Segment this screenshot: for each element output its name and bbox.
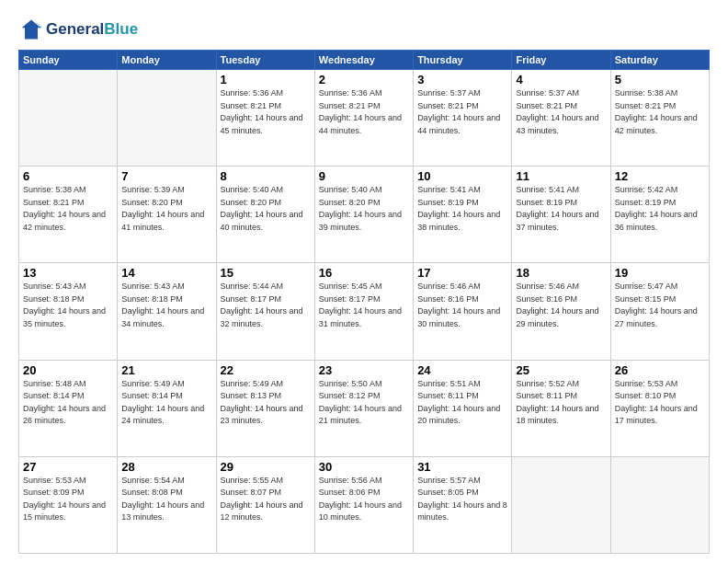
weekday-header-saturday: Saturday xyxy=(610,51,709,70)
calendar-cell: 3Sunrise: 5:37 AMSunset: 8:21 PMDaylight… xyxy=(414,70,512,167)
sun-info: Sunrise: 5:42 AMSunset: 8:19 PMDaylight:… xyxy=(615,184,705,234)
calendar-cell: 4Sunrise: 5:37 AMSunset: 8:21 PMDaylight… xyxy=(512,70,610,167)
week-row-4: 20Sunrise: 5:48 AMSunset: 8:14 PMDayligh… xyxy=(19,360,710,456)
calendar-cell: 25Sunrise: 5:52 AMSunset: 8:11 PMDayligh… xyxy=(512,360,610,456)
sun-info: Sunrise: 5:41 AMSunset: 8:19 PMDaylight:… xyxy=(516,184,606,234)
calendar-cell: 28Sunrise: 5:54 AMSunset: 8:08 PMDayligh… xyxy=(118,456,216,553)
day-number: 21 xyxy=(121,363,211,377)
calendar-cell: 21Sunrise: 5:49 AMSunset: 8:14 PMDayligh… xyxy=(118,360,216,456)
calendar-cell xyxy=(610,456,709,553)
weekday-header-wednesday: Wednesday xyxy=(314,51,413,70)
sun-info: Sunrise: 5:36 AMSunset: 8:21 PMDaylight:… xyxy=(221,87,311,137)
sun-info: Sunrise: 5:46 AMSunset: 8:16 PMDaylight:… xyxy=(516,281,606,330)
calendar-cell: 20Sunrise: 5:48 AMSunset: 8:14 PMDayligh… xyxy=(19,360,118,456)
day-number: 20 xyxy=(23,363,113,377)
day-number: 3 xyxy=(417,73,507,86)
sun-info: Sunrise: 5:45 AMSunset: 8:17 PMDaylight:… xyxy=(319,281,409,330)
calendar-cell: 22Sunrise: 5:49 AMSunset: 8:13 PMDayligh… xyxy=(216,360,314,456)
calendar-cell: 15Sunrise: 5:44 AMSunset: 8:17 PMDayligh… xyxy=(216,263,314,360)
weekday-header-tuesday: Tuesday xyxy=(216,51,314,70)
day-number: 7 xyxy=(121,169,211,183)
week-row-2: 6Sunrise: 5:38 AMSunset: 8:21 PMDaylight… xyxy=(19,167,710,263)
logo-text: GeneralBlue xyxy=(46,21,138,39)
sun-info: Sunrise: 5:55 AMSunset: 8:07 PMDaylight:… xyxy=(221,475,311,524)
sun-info: Sunrise: 5:40 AMSunset: 8:20 PMDaylight:… xyxy=(319,184,409,234)
day-number: 12 xyxy=(615,169,705,183)
calendar-table: SundayMondayTuesdayWednesdayThursdayFrid… xyxy=(18,50,710,554)
day-number: 17 xyxy=(417,266,507,280)
sun-info: Sunrise: 5:39 AMSunset: 8:20 PMDaylight:… xyxy=(121,184,211,234)
sun-info: Sunrise: 5:46 AMSunset: 8:16 PMDaylight:… xyxy=(417,281,507,330)
header: GeneralBlue xyxy=(18,17,710,42)
calendar-cell: 18Sunrise: 5:46 AMSunset: 8:16 PMDayligh… xyxy=(512,263,610,360)
calendar-cell: 30Sunrise: 5:56 AMSunset: 8:06 PMDayligh… xyxy=(314,456,413,553)
sun-info: Sunrise: 5:47 AMSunset: 8:15 PMDaylight:… xyxy=(615,281,705,330)
sun-info: Sunrise: 5:36 AMSunset: 8:21 PMDaylight:… xyxy=(319,87,409,137)
weekday-header-sunday: Sunday xyxy=(19,51,118,70)
day-number: 22 xyxy=(221,363,311,377)
day-number: 31 xyxy=(417,460,507,474)
sun-info: Sunrise: 5:48 AMSunset: 8:14 PMDaylight:… xyxy=(23,378,113,428)
sun-info: Sunrise: 5:41 AMSunset: 8:19 PMDaylight:… xyxy=(417,184,507,234)
calendar-cell: 8Sunrise: 5:40 AMSunset: 8:20 PMDaylight… xyxy=(216,167,314,263)
day-number: 13 xyxy=(23,266,113,280)
calendar-page: GeneralBlue SundayMondayTuesdayWednesday… xyxy=(0,0,728,563)
calendar-cell: 17Sunrise: 5:46 AMSunset: 8:16 PMDayligh… xyxy=(414,263,512,360)
day-number: 11 xyxy=(516,169,606,183)
logo-icon xyxy=(18,17,44,42)
calendar-cell: 1Sunrise: 5:36 AMSunset: 8:21 PMDaylight… xyxy=(216,70,314,167)
sun-info: Sunrise: 5:38 AMSunset: 8:21 PMDaylight:… xyxy=(23,184,113,234)
week-row-1: 1Sunrise: 5:36 AMSunset: 8:21 PMDaylight… xyxy=(19,70,710,167)
sun-info: Sunrise: 5:37 AMSunset: 8:21 PMDaylight:… xyxy=(516,87,606,137)
calendar-cell: 10Sunrise: 5:41 AMSunset: 8:19 PMDayligh… xyxy=(414,167,512,263)
sun-info: Sunrise: 5:49 AMSunset: 8:13 PMDaylight:… xyxy=(221,378,311,428)
day-number: 29 xyxy=(221,460,311,474)
day-number: 23 xyxy=(319,363,409,377)
calendar-cell: 29Sunrise: 5:55 AMSunset: 8:07 PMDayligh… xyxy=(216,456,314,553)
sun-info: Sunrise: 5:51 AMSunset: 8:11 PMDaylight:… xyxy=(417,378,507,428)
calendar-cell: 24Sunrise: 5:51 AMSunset: 8:11 PMDayligh… xyxy=(414,360,512,456)
logo: GeneralBlue xyxy=(18,17,138,42)
calendar-cell: 6Sunrise: 5:38 AMSunset: 8:21 PMDaylight… xyxy=(19,167,118,263)
day-number: 9 xyxy=(319,169,409,183)
day-number: 30 xyxy=(319,460,409,474)
day-number: 2 xyxy=(319,73,409,86)
calendar-cell: 23Sunrise: 5:50 AMSunset: 8:12 PMDayligh… xyxy=(314,360,413,456)
sun-info: Sunrise: 5:38 AMSunset: 8:21 PMDaylight:… xyxy=(615,87,705,137)
weekday-header-thursday: Thursday xyxy=(414,51,512,70)
day-number: 27 xyxy=(23,460,113,474)
sun-info: Sunrise: 5:40 AMSunset: 8:20 PMDaylight:… xyxy=(221,184,311,234)
calendar-cell: 27Sunrise: 5:53 AMSunset: 8:09 PMDayligh… xyxy=(19,456,118,553)
day-number: 6 xyxy=(23,169,113,183)
calendar-cell: 2Sunrise: 5:36 AMSunset: 8:21 PMDaylight… xyxy=(314,70,413,167)
calendar-cell: 12Sunrise: 5:42 AMSunset: 8:19 PMDayligh… xyxy=(610,167,709,263)
sun-info: Sunrise: 5:53 AMSunset: 8:09 PMDaylight:… xyxy=(23,475,113,524)
day-number: 24 xyxy=(417,363,507,377)
calendar-cell xyxy=(19,70,118,167)
calendar-cell: 7Sunrise: 5:39 AMSunset: 8:20 PMDaylight… xyxy=(118,167,216,263)
sun-info: Sunrise: 5:52 AMSunset: 8:11 PMDaylight:… xyxy=(516,378,606,428)
weekday-header-row: SundayMondayTuesdayWednesdayThursdayFrid… xyxy=(19,51,710,70)
day-number: 26 xyxy=(615,363,705,377)
weekday-header-friday: Friday xyxy=(512,51,610,70)
day-number: 10 xyxy=(417,169,507,183)
sun-info: Sunrise: 5:43 AMSunset: 8:18 PMDaylight:… xyxy=(23,281,113,330)
calendar-cell: 31Sunrise: 5:57 AMSunset: 8:05 PMDayligh… xyxy=(414,456,512,553)
calendar-cell xyxy=(512,456,610,553)
sun-info: Sunrise: 5:57 AMSunset: 8:05 PMDaylight:… xyxy=(417,475,507,524)
sun-info: Sunrise: 5:37 AMSunset: 8:21 PMDaylight:… xyxy=(417,87,507,137)
day-number: 16 xyxy=(319,266,409,280)
calendar-cell: 16Sunrise: 5:45 AMSunset: 8:17 PMDayligh… xyxy=(314,263,413,360)
day-number: 19 xyxy=(615,266,705,280)
weekday-header-monday: Monday xyxy=(118,51,216,70)
calendar-cell xyxy=(118,70,216,167)
week-row-5: 27Sunrise: 5:53 AMSunset: 8:09 PMDayligh… xyxy=(19,456,710,553)
day-number: 5 xyxy=(615,73,705,86)
sun-info: Sunrise: 5:43 AMSunset: 8:18 PMDaylight:… xyxy=(121,281,211,330)
day-number: 14 xyxy=(121,266,211,280)
calendar-cell: 13Sunrise: 5:43 AMSunset: 8:18 PMDayligh… xyxy=(19,263,118,360)
calendar-cell: 11Sunrise: 5:41 AMSunset: 8:19 PMDayligh… xyxy=(512,167,610,263)
calendar-cell: 14Sunrise: 5:43 AMSunset: 8:18 PMDayligh… xyxy=(118,263,216,360)
day-number: 28 xyxy=(121,460,211,474)
calendar-cell: 9Sunrise: 5:40 AMSunset: 8:20 PMDaylight… xyxy=(314,167,413,263)
